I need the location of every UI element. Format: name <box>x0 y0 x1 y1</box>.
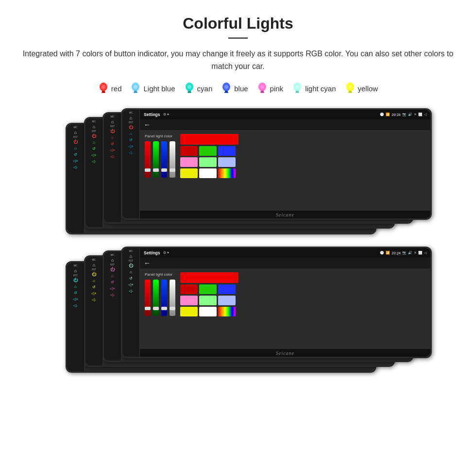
color-list: red Light blue <box>19 82 457 95</box>
page-title: Colorful Lights <box>19 15 457 33</box>
left-strip-b2: MIC ⌂ RST ⏻ ⌂ ↺ ◁+ ◁- <box>85 257 103 365</box>
bulb-icon-red <box>98 82 109 95</box>
swatch-green[interactable] <box>199 146 217 156</box>
color-item-cyan: cyan <box>184 82 213 95</box>
swatch-b-darkred[interactable] <box>180 284 198 294</box>
bulb-icon-cyan <box>184 82 195 95</box>
svg-rect-26 <box>348 92 352 93</box>
swatch-row-1 <box>180 134 238 145</box>
svg-rect-18 <box>260 92 264 93</box>
swatch-b-yellow[interactable] <box>180 307 198 316</box>
swatch-lightblue[interactable] <box>218 157 236 167</box>
title-divider <box>228 37 248 39</box>
bulb-icon-yellow <box>345 82 356 95</box>
left-strip-b3: MIC ⌂ RST ⏻ ⌂ ↺ ◁+ ◁- <box>104 252 121 361</box>
svg-point-15 <box>224 85 228 89</box>
sliders-group <box>145 141 175 178</box>
swatch-b-rainbow[interactable] <box>218 307 236 316</box>
svg-rect-10 <box>187 92 191 93</box>
svg-point-19 <box>260 85 264 89</box>
swatch-red-full[interactable] <box>180 134 238 145</box>
swatch-white[interactable] <box>199 168 217 178</box>
red-slider-b[interactable] <box>145 280 151 316</box>
left-strip-1: MIC ⌂ RST ⏻ ⌂ ↺ ◁+ ◁- <box>67 124 85 233</box>
swatch-b-lightgreen[interactable] <box>199 296 217 305</box>
green-slider[interactable] <box>153 141 159 178</box>
panel-light-section: Panel light color <box>145 134 175 207</box>
left-strip-b1: MIC ⌂ RST ⏻ ⌂ ↺ ◁+ ◁- <box>67 263 85 371</box>
color-label-yellow: yellow <box>358 84 378 93</box>
back-arrow-bottom[interactable]: ← <box>144 259 151 267</box>
page-container: Colorful Lights Integrated with 7 colors… <box>0 0 476 399</box>
swatch-yellow[interactable] <box>180 168 198 178</box>
swatch-b-white[interactable] <box>199 307 217 316</box>
color-label-blue: blue <box>234 84 248 93</box>
swatch-row-2 <box>180 146 238 156</box>
swatch-b-red-full[interactable] <box>180 272 238 283</box>
svg-point-7 <box>134 85 137 89</box>
color-label-cyan: cyan <box>197 84 213 93</box>
swatch-b-lightblue[interactable] <box>218 296 236 305</box>
swatches-grid <box>180 134 238 207</box>
device-frame-b4-front: MIC ⌂ RST ⏻ ⌂ ↺ ◁+ ◁- Settings <box>121 247 432 358</box>
svg-rect-2 <box>102 92 105 93</box>
panel-light-label: Panel light color <box>145 134 175 138</box>
color-label-pink: pink <box>270 84 284 93</box>
swatch-lightgreen[interactable] <box>199 157 217 167</box>
color-item-lightcyan: light cyan <box>292 82 336 95</box>
color-label-red: red <box>111 84 122 93</box>
swatch-rainbow[interactable] <box>218 168 236 178</box>
time-display: 20:24 <box>391 113 401 117</box>
color-item-red: red <box>98 82 122 95</box>
sliders-bottom <box>145 280 175 316</box>
svg-rect-6 <box>134 92 137 93</box>
blue-slider[interactable] <box>161 141 167 178</box>
color-item-yellow: yellow <box>345 82 378 95</box>
svg-rect-14 <box>224 92 228 93</box>
bulb-icon-blue <box>221 82 232 95</box>
status-bar-top: Settings ⚙ ✦ 🕐 📶 20:24 📷 🔊 ✕ ⬜ <box>140 110 430 119</box>
swatches-grid-bottom <box>180 272 238 345</box>
green-slider-b[interactable] <box>153 280 159 316</box>
swatch-b-blue[interactable] <box>218 284 236 294</box>
device-stack-bottom: MIC ⌂ RST ⏻ ⌂ ↺ ◁+ ◁- ⌂ Se ← <box>66 247 449 375</box>
color-label-lightblue: Light blue <box>143 84 175 93</box>
status-bar-bottom: Settings ⚙ ✦ 🕐 📶 20:24 📷 🔊 ✕ ⬜ <box>140 248 430 258</box>
bulb-icon-lightcyan <box>292 82 303 95</box>
watermark-bottom: Seicane <box>140 349 430 357</box>
color-item-blue: blue <box>221 82 248 95</box>
device-group-top: MIC ⌂ RST ⏻ ⌂ ↺ ◁+ ◁- ⌂ ◁ <box>19 108 476 237</box>
page-description: Integrated with 7 colors of button indic… <box>19 48 457 72</box>
color-item-pink: pink <box>257 82 284 95</box>
bulb-icon-pink <box>257 82 268 95</box>
svg-point-11 <box>187 85 191 89</box>
swatch-b-pink[interactable] <box>180 296 198 305</box>
left-strip-4: MIC ⌂ RST ⏻ ⌂ ↺ ◁+ ◁- <box>122 110 140 218</box>
swatch-pink[interactable] <box>180 157 198 167</box>
swatch-row-3 <box>180 157 238 167</box>
blue-slider-b[interactable] <box>161 280 167 316</box>
svg-rect-22 <box>295 92 299 93</box>
white-slider[interactable] <box>170 141 175 178</box>
swatch-blue[interactable] <box>218 146 236 156</box>
color-label-lightcyan: light cyan <box>305 84 336 93</box>
device-group-bottom: MIC ⌂ RST ⏻ ⌂ ↺ ◁+ ◁- ⌂ Se ← <box>19 247 476 375</box>
swatch-darkred[interactable] <box>180 146 198 156</box>
svg-point-27 <box>348 85 352 89</box>
nav-bar-bottom: ← <box>140 258 430 268</box>
panel-light-bottom: Panel light color <box>145 272 175 345</box>
svg-point-23 <box>295 85 299 89</box>
white-slider-b[interactable] <box>170 280 175 316</box>
left-strip-2: MIC ⌂ RST ⏻ ⌂ ↺ ◁+ ◁- <box>85 118 103 227</box>
device-stack-top: MIC ⌂ RST ⏻ ⌂ ↺ ◁+ ◁- ⌂ ◁ <box>66 108 449 237</box>
settings-content: Panel light color <box>140 130 430 211</box>
device-frame-4-front: MIC ⌂ RST ⏻ ⌂ ↺ ◁+ ◁- Settings <box>121 108 432 220</box>
back-arrow[interactable]: ← <box>144 121 151 129</box>
color-item-lightblue: Light blue <box>130 82 175 95</box>
nav-bar: ← <box>140 119 430 130</box>
settings-content-bottom: Panel light color <box>140 268 430 349</box>
red-slider[interactable] <box>145 141 151 178</box>
svg-point-3 <box>102 85 105 89</box>
settings-title-label: Settings <box>144 112 160 117</box>
swatch-b-green[interactable] <box>199 284 217 294</box>
